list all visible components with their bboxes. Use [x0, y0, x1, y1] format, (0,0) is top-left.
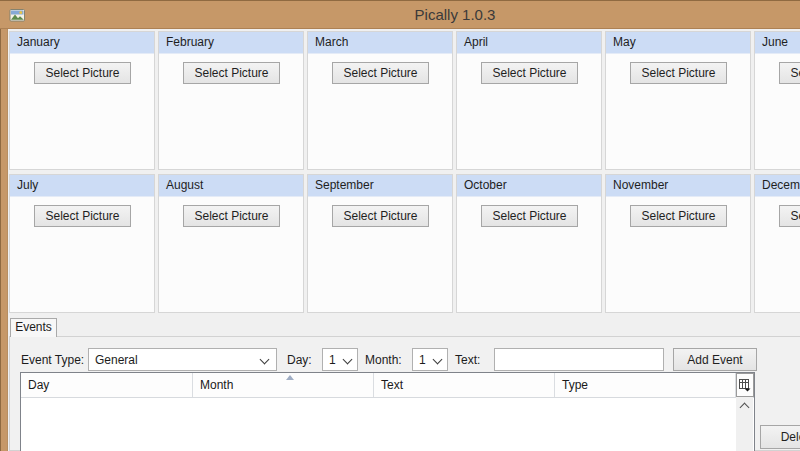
month-panel-may: May Select Picture [605, 31, 751, 170]
month-value: 1 [419, 353, 426, 367]
vertical-scrollbar[interactable] [736, 397, 753, 451]
month-panel-header: February [159, 32, 303, 54]
events-table: Day Month Text Type [20, 372, 755, 451]
month-panel-header: September [308, 175, 452, 197]
day-select[interactable]: 1 [322, 348, 358, 371]
month-panel-header: June [755, 32, 800, 54]
chevron-down-icon [343, 355, 353, 365]
day-value: 1 [329, 353, 336, 367]
month-label: May [613, 35, 636, 49]
month-panel-july: July Select Picture [9, 174, 155, 313]
month-panel-september: September Select Picture [307, 174, 453, 313]
table-chooser-icon [739, 379, 752, 392]
select-picture-button[interactable]: Select Picture [183, 62, 280, 84]
month-panel-header: July [10, 175, 154, 197]
select-picture-button[interactable]: Select Picture [630, 205, 727, 227]
select-picture-button[interactable]: Select Picture [630, 62, 727, 84]
select-picture-button[interactable]: Select Picture [34, 62, 131, 84]
delete-button[interactable]: Delete [760, 425, 800, 449]
month-select-label: Month: [365, 353, 402, 367]
month-panel-header: December [755, 175, 800, 197]
add-event-button[interactable]: Add Event [673, 348, 757, 371]
month-panel-august: August Select Picture [158, 174, 304, 313]
month-panel-april: April Select Picture [456, 31, 602, 170]
month-panel-february: February Select Picture [158, 31, 304, 170]
column-chooser-button[interactable] [736, 373, 754, 397]
month-panel-header: October [457, 175, 601, 197]
text-label: Text: [455, 353, 480, 367]
month-label: March [315, 35, 348, 49]
month-label: August [166, 178, 203, 192]
month-label: December [762, 178, 800, 192]
event-type-label: Event Type: [21, 353, 84, 367]
month-panel-header: March [308, 32, 452, 54]
month-label: January [17, 35, 60, 49]
column-header-day[interactable]: Day [21, 373, 193, 397]
month-label: October [464, 178, 507, 192]
month-panel-header: November [606, 175, 750, 197]
window-title: Pically 1.0.3 [0, 1, 800, 29]
column-header-month[interactable]: Month [193, 373, 374, 397]
chevron-down-icon [433, 355, 443, 365]
month-panel-header: April [457, 32, 601, 54]
select-picture-button[interactable]: Select Picture [183, 205, 280, 227]
pically-window: Pically 1.0.3 January Select Picture Feb… [0, 0, 800, 451]
event-type-select[interactable]: General [88, 348, 277, 371]
month-select[interactable]: 1 [412, 348, 448, 371]
month-label: April [464, 35, 488, 49]
month-panel-june: June Select Picture [754, 31, 800, 170]
select-picture-button[interactable]: Select Picture [779, 62, 800, 84]
select-picture-button[interactable]: Select Picture [332, 205, 429, 227]
chevron-up-icon [740, 403, 750, 413]
month-label: September [315, 178, 374, 192]
chevron-down-icon [260, 355, 270, 365]
select-picture-button[interactable]: Select Picture [34, 205, 131, 227]
month-label: June [762, 35, 788, 49]
month-panel-header: August [159, 175, 303, 197]
scroll-up-button[interactable] [736, 397, 753, 414]
select-picture-button[interactable]: Select Picture [779, 205, 800, 227]
month-label: July [17, 178, 38, 192]
day-label: Day: [287, 353, 312, 367]
select-picture-button[interactable]: Select Picture [481, 205, 578, 227]
month-panel-header: May [606, 32, 750, 54]
event-type-value: General [95, 353, 138, 367]
sort-ascending-icon [286, 375, 294, 380]
month-label: November [613, 178, 668, 192]
month-panel-december: December Select Picture [754, 174, 800, 313]
month-panel-january: January Select Picture [9, 31, 155, 170]
select-picture-button[interactable]: Select Picture [481, 62, 578, 84]
month-panel-october: October Select Picture [456, 174, 602, 313]
text-input[interactable] [494, 348, 664, 371]
month-panel-march: March Select Picture [307, 31, 453, 170]
window-titlebar[interactable]: Pically 1.0.3 [0, 0, 800, 29]
month-panel-november: November Select Picture [605, 174, 751, 313]
window-border-left [0, 29, 8, 451]
events-table-header: Day Month Text Type [21, 373, 754, 398]
tab-events[interactable]: Events [10, 318, 57, 337]
select-picture-button[interactable]: Select Picture [332, 62, 429, 84]
column-header-text[interactable]: Text [374, 373, 555, 397]
month-panel-header: January [10, 32, 154, 54]
column-header-type[interactable]: Type [555, 373, 736, 397]
month-label: February [166, 35, 214, 49]
